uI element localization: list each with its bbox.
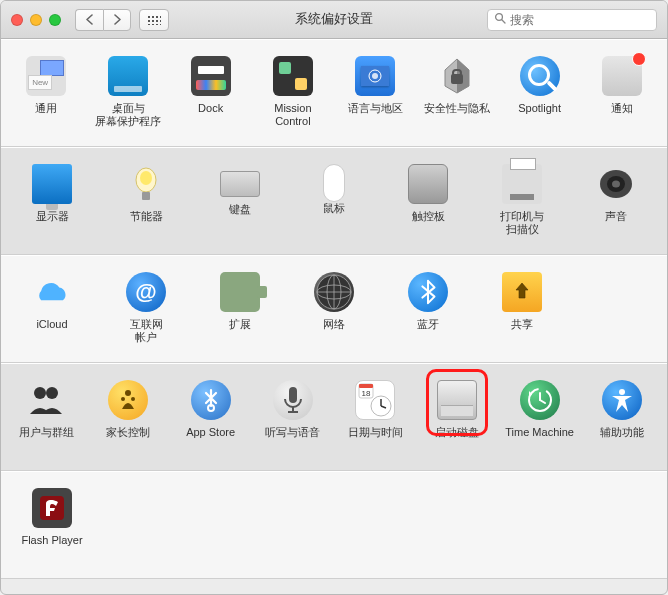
pref-item-printer[interactable]: 打印机与 扫描仪	[475, 160, 569, 240]
pref-item-label: 通知	[611, 102, 633, 115]
svg-point-25	[131, 397, 135, 401]
zoom-window-button[interactable]	[49, 14, 61, 26]
pref-item-dictation[interactable]: 听写与语音	[252, 376, 334, 456]
svg-line-38	[540, 400, 545, 403]
pref-item-accessibility[interactable]: 辅助功能	[581, 376, 663, 456]
extensions-icon	[220, 272, 260, 312]
pref-item-timemachine[interactable]: Time Machine	[499, 376, 581, 456]
svg-point-26	[208, 405, 214, 411]
timemachine-icon	[520, 380, 560, 420]
pref-item-label: 辅助功能	[600, 426, 644, 439]
pref-item-users[interactable]: 用户与群组	[5, 376, 87, 456]
parental-icon	[108, 380, 148, 420]
pref-item-label: 安全性与隐私	[424, 102, 490, 115]
pref-item-label: 日期与时间	[348, 426, 403, 439]
pref-item-keyboard[interactable]: 键盘	[193, 160, 287, 240]
show-all-button[interactable]	[139, 9, 169, 31]
pref-item-sharing[interactable]: 共享	[475, 268, 569, 348]
preference-panes: 通用桌面与 屏幕保护程序DockMission Control语言与地区安全性与…	[1, 39, 667, 594]
pref-item-label: 打印机与 扫描仪	[500, 210, 544, 236]
pref-item-flash[interactable]: Flash Player	[5, 484, 99, 564]
accessibility-icon	[602, 380, 642, 420]
pref-item-label: 桌面与 屏幕保护程序	[95, 102, 161, 128]
icloud-icon	[32, 272, 72, 312]
internet-icon: @	[126, 272, 166, 312]
pref-item-label: 鼠标	[323, 202, 345, 215]
pref-item-label: 语言与地区	[348, 102, 403, 115]
pref-item-dock[interactable]: Dock	[170, 52, 252, 132]
pref-item-appstore[interactable]: App Store	[170, 376, 252, 456]
grid-icon	[147, 15, 161, 25]
pref-item-spotlight[interactable]: Spotlight	[499, 52, 581, 132]
pref-item-label: Spotlight	[518, 102, 561, 115]
back-button[interactable]	[75, 9, 103, 31]
sharing-icon	[502, 272, 542, 312]
pref-item-mouse[interactable]: 鼠标	[287, 160, 381, 240]
pref-item-label: 网络	[323, 318, 345, 331]
pref-item-security[interactable]: 安全性与隐私	[416, 52, 498, 132]
notification-badge	[632, 52, 646, 66]
pref-item-label: 蓝牙	[417, 318, 439, 331]
bluetooth-icon	[408, 272, 448, 312]
pref-item-internet[interactable]: @互联网 帐户	[99, 268, 193, 348]
pref-item-parental[interactable]: 家长控制	[87, 376, 169, 456]
pref-section: 显示器节能器键盘鼠标触控板打印机与 扫描仪声音	[1, 147, 667, 255]
printer-icon	[502, 164, 542, 204]
svg-point-4	[372, 73, 378, 79]
trackpad-icon	[408, 164, 448, 204]
forward-button[interactable]	[103, 9, 131, 31]
pref-item-general[interactable]: 通用	[5, 52, 87, 132]
pref-item-notify[interactable]: 通知	[581, 52, 663, 132]
pref-section: 通用桌面与 屏幕保护程序DockMission Control语言与地区安全性与…	[1, 39, 667, 147]
pref-item-extensions[interactable]: 扩展	[193, 268, 287, 348]
pref-item-language[interactable]: 语言与地区	[334, 52, 416, 132]
minimize-window-button[interactable]	[30, 14, 42, 26]
flash-icon	[32, 488, 72, 528]
pref-item-label: 启动磁盘	[435, 426, 479, 439]
pref-item-label: 键盘	[229, 203, 251, 216]
pref-item-startup[interactable]: 启动磁盘	[416, 376, 498, 456]
pref-item-desktop[interactable]: 桌面与 屏幕保护程序	[87, 52, 169, 132]
pref-item-datetime[interactable]: 18日期与时间	[334, 376, 416, 456]
pref-section: Flash Player	[1, 471, 667, 579]
pref-item-label: 共享	[511, 318, 533, 331]
svg-point-23	[125, 390, 131, 396]
pref-item-label: 声音	[605, 210, 627, 223]
pref-item-network[interactable]: 网络	[287, 268, 381, 348]
dock-icon	[191, 56, 231, 96]
pref-item-mission[interactable]: Mission Control	[252, 52, 334, 132]
svg-point-10	[140, 171, 152, 185]
pref-item-label: 互联网 帐户	[130, 318, 163, 344]
desktop-icon	[108, 56, 148, 96]
pref-item-energy[interactable]: 节能器	[99, 160, 193, 240]
search-field-wrap[interactable]	[487, 9, 657, 31]
pref-item-label: Dock	[198, 102, 223, 115]
energy-icon	[126, 164, 166, 204]
svg-point-39	[619, 389, 625, 395]
search-input[interactable]	[510, 13, 650, 27]
notify-icon	[602, 56, 642, 96]
close-window-button[interactable]	[11, 14, 23, 26]
svg-point-24	[121, 397, 125, 401]
pref-section: 用户与群组家长控制App Store听写与语音18日期与时间启动磁盘Time M…	[1, 363, 667, 471]
users-icon	[26, 380, 66, 420]
svg-point-22	[46, 387, 58, 399]
security-icon	[437, 56, 477, 96]
pref-item-label: 节能器	[130, 210, 163, 223]
pref-section: iCloud@互联网 帐户扩展网络蓝牙共享	[1, 255, 667, 363]
svg-point-21	[34, 387, 46, 399]
display-icon	[32, 164, 72, 204]
network-icon	[314, 272, 354, 312]
pref-item-trackpad[interactable]: 触控板	[381, 160, 475, 240]
pref-item-sound[interactable]: 声音	[569, 160, 663, 240]
mouse-icon	[323, 164, 345, 202]
pref-item-label: App Store	[186, 426, 235, 439]
pref-item-label: 家长控制	[106, 426, 150, 439]
startup-icon	[437, 380, 477, 420]
pref-item-display[interactable]: 显示器	[5, 160, 99, 240]
pref-item-label: iCloud	[36, 318, 67, 331]
pref-item-icloud[interactable]: iCloud	[5, 268, 99, 348]
pref-item-bluetooth[interactable]: 蓝牙	[381, 268, 475, 348]
system-preferences-window: 系统偏好设置 通用桌面与 屏幕保护程序DockMission Control语言…	[0, 0, 668, 595]
svg-text:18: 18	[362, 389, 371, 398]
